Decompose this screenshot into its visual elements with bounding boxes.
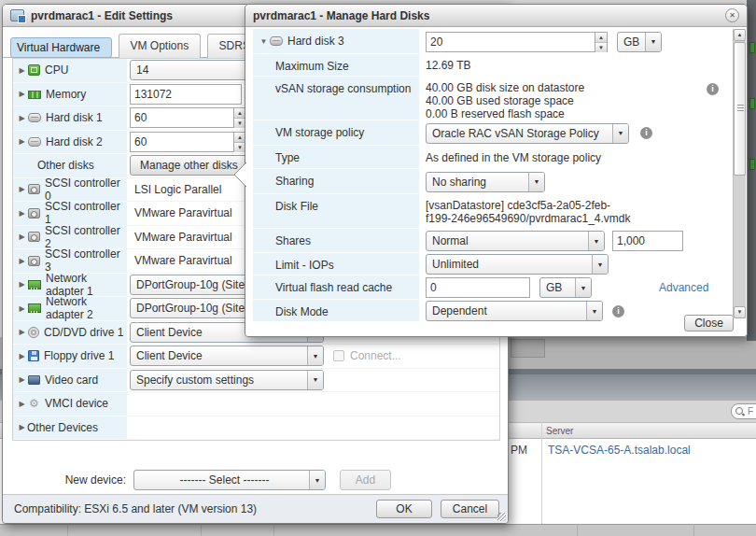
scsi-controller-icon (28, 232, 40, 242)
callout-pointer (232, 162, 247, 188)
info-icon[interactable] (612, 305, 624, 317)
filter-search-input[interactable]: F (731, 403, 756, 419)
network-adapter-icon (28, 303, 41, 313)
floppy-icon (28, 350, 39, 361)
device-row-other-devices: ▶ Other Devices (13, 416, 499, 441)
flash-cache-unit-select[interactable]: GB ▼ (539, 277, 592, 298)
manage-other-disks-button[interactable]: Manage other disks (130, 155, 248, 176)
expander-icon[interactable]: ▶ (17, 233, 27, 241)
chevron-down-icon: ▼ (528, 173, 544, 191)
vsan-consumption-values: 40.00 GB disk size on datastore 40.00 GB… (426, 81, 584, 120)
expander-icon[interactable]: ▶ (17, 114, 27, 122)
vm-storage-policy-row: VM storage policy Oracle RAC vSAN Storag… (253, 120, 747, 146)
manage-hard-disks-dialog: pvrdmarac1 - Manage Hard Disks ▼ Hard di… (245, 4, 748, 337)
expander-icon[interactable]: ▶ (17, 209, 27, 218)
add-device-button[interactable]: Add (340, 470, 391, 490)
chevron-down-icon: ▼ (309, 471, 325, 489)
close-icon[interactable] (725, 8, 739, 22)
type-row: Type As defined in the VM storage policy (253, 146, 747, 169)
manage-hard-disks-titlebar[interactable]: pvrdmarac1 - Manage Hard Disks (245, 5, 747, 27)
vsan-consumption-row: vSAN storage consumption 40.00 GB disk s… (253, 77, 747, 120)
resize-grip[interactable] (497, 513, 506, 521)
flash-read-cache-row: Virtual flash read cache GB ▼ Advanced (253, 275, 747, 300)
type-value: As defined in the VM storage policy (426, 151, 601, 164)
ok-button[interactable]: OK (376, 500, 432, 518)
expander-icon[interactable]: ▶ (17, 375, 27, 384)
manage-hard-disks-body: ▼ Hard disk 3 ▲▼ GB ▼ Maximum Size 12.69… (245, 27, 747, 336)
info-icon[interactable] (640, 127, 652, 139)
disk-mode-row: Disk Mode Dependent ▼ (253, 300, 747, 322)
shares-amount-input[interactable] (612, 231, 683, 251)
scrollbar[interactable]: ▲ ▼ (733, 29, 746, 318)
memory-icon (28, 91, 41, 99)
new-device-select[interactable]: ------- Select ------- ▼ (133, 470, 326, 490)
spinner-control[interactable]: ▲▼ (595, 32, 608, 52)
edit-settings-title: pvrdmarac1 - Edit Settings (31, 9, 173, 22)
flash-cache-input[interactable] (426, 277, 530, 298)
scroll-up-icon[interactable]: ▲ (734, 29, 746, 41)
disk-file-row: Disk File [vsanDatastore] cde3cf5a-2a05-… (253, 194, 747, 229)
tasks-table-footer-strip (0, 524, 756, 536)
video-card-select[interactable]: Specify custom settings ▼ (130, 370, 324, 390)
tab-virtual-hardware[interactable]: Virtual Hardware (10, 37, 112, 58)
new-device-row: New device: ------- Select ------- ▼ Add (3, 470, 508, 492)
scsi-controller-icon (28, 256, 40, 266)
expander-icon[interactable]: ▶ (17, 280, 27, 289)
column-divider (693, 524, 694, 536)
column-divider (201, 524, 202, 536)
expander-icon[interactable]: ▶ (17, 257, 27, 265)
chevron-down-icon: ▼ (307, 371, 323, 389)
server-link[interactable]: TSA-VCSA-65-A.tsalab.local (548, 444, 691, 457)
tab-vm-options[interactable]: VM Options (119, 34, 202, 58)
sharing-select[interactable]: No sharing ▼ (426, 172, 545, 192)
device-row-floppy: ▶ Floppy drive 1 Client Device ▼ Connect… (13, 345, 499, 369)
connect-checkbox[interactable] (333, 350, 344, 361)
cancel-button[interactable]: Cancel (441, 500, 499, 518)
edit-settings-footer: Compatibility: ESXi 6.5 and later (VM ve… (3, 494, 508, 523)
expander-icon[interactable]: ▶ (17, 304, 27, 313)
server-column-header[interactable]: Server (546, 426, 573, 436)
video-card-icon (28, 375, 40, 385)
hard-disk-1-size-input[interactable] (130, 107, 234, 128)
spinner-down-icon: ▼ (595, 43, 607, 52)
shares-row: Shares Normal ▼ (253, 229, 747, 253)
expander-icon[interactable]: ▶ (17, 423, 27, 431)
scrollbar-thumb[interactable] (734, 42, 746, 176)
shares-select[interactable]: Normal ▼ (426, 231, 605, 251)
network-adapter-icon (28, 280, 41, 289)
spinner-up-icon: ▲ (595, 33, 607, 43)
chevron-down-icon: ▼ (586, 302, 602, 320)
expander-icon[interactable]: ▶ (17, 90, 27, 98)
maximum-size-row: Maximum Size 12.69 TB (253, 54, 747, 77)
vmci-device-icon (28, 398, 40, 410)
limit-iops-select[interactable]: Unlimited ▼ (426, 254, 609, 275)
column-divider (67, 524, 68, 536)
expander-icon[interactable]: ▶ (17, 137, 27, 146)
chevron-down-icon: ▼ (592, 255, 608, 274)
expander-icon[interactable]: ▶ (17, 185, 27, 193)
status-icon (749, 159, 755, 170)
info-icon[interactable] (707, 83, 719, 95)
new-device-label: New device: (40, 473, 126, 487)
expander-icon[interactable]: ▶ (17, 352, 27, 360)
disk-mode-select[interactable]: Dependent ▼ (426, 301, 603, 321)
memory-input[interactable] (130, 84, 242, 105)
column-divider (273, 524, 274, 536)
expander-icon[interactable]: ▶ (17, 328, 27, 336)
vm-storage-policy-select[interactable]: Oracle RAC vSAN Storage Policy ▼ (426, 123, 629, 144)
chevron-down-icon: ▼ (575, 278, 591, 297)
floppy-select[interactable]: Client Device ▼ (130, 346, 324, 366)
search-icon (735, 407, 745, 416)
disk-size-input[interactable] (426, 32, 595, 52)
scsi-controller-icon (28, 208, 40, 219)
scroll-down-icon[interactable]: ▼ (734, 306, 746, 318)
expander-down-icon[interactable]: ▼ (259, 37, 269, 46)
disk-size-unit-select[interactable]: GB ▼ (617, 32, 662, 52)
limit-iops-row: Limit - IOPs Unlimited ▼ (253, 253, 747, 275)
expander-icon[interactable]: ▶ (17, 400, 27, 408)
close-button[interactable]: Close (684, 315, 734, 331)
expander-icon[interactable]: ▶ (17, 66, 27, 75)
maximum-size-value: 12.69 TB (426, 59, 470, 72)
hard-disk-2-size-input[interactable] (130, 132, 234, 152)
advanced-link[interactable]: Advanced (659, 281, 708, 294)
